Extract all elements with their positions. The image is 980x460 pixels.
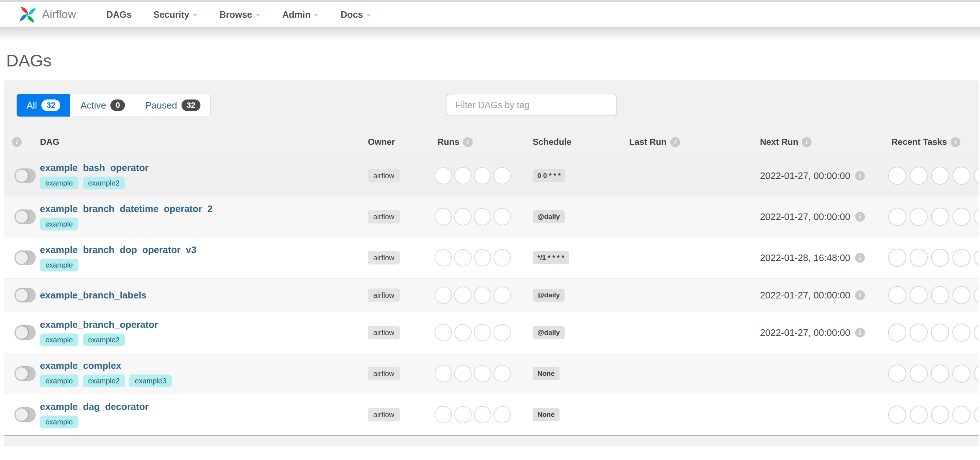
recent-task-circle[interactable] — [952, 406, 970, 424]
schedule-badge[interactable]: @daily — [533, 326, 565, 339]
schedule-badge[interactable]: @daily — [533, 289, 565, 302]
info-icon[interactable]: i — [855, 328, 865, 337]
run-status-circle[interactable] — [454, 365, 472, 382]
run-status-circle[interactable] — [474, 324, 491, 341]
run-status-circle[interactable] — [493, 287, 511, 304]
recent-task-circle[interactable] — [974, 406, 978, 424]
dag-tag[interactable]: example2 — [83, 375, 125, 387]
run-status-circle[interactable] — [474, 406, 491, 423]
run-status-circle[interactable] — [454, 406, 472, 423]
recent-task-circle[interactable] — [910, 167, 928, 185]
run-status-circle[interactable] — [434, 406, 452, 423]
dag-tag[interactable]: example — [40, 416, 78, 428]
schedule-badge[interactable]: */1 * * * * — [533, 251, 569, 264]
recent-task-circle[interactable] — [888, 167, 906, 185]
tab-all[interactable]: All32 — [17, 94, 70, 116]
dag-link[interactable]: example_dag_decorator — [40, 401, 148, 412]
recent-task-circle[interactable] — [974, 208, 978, 226]
recent-task-circle[interactable] — [931, 364, 949, 383]
recent-task-circle[interactable] — [888, 406, 906, 424]
dag-pause-toggle[interactable] — [14, 366, 36, 381]
nav-item-browse[interactable]: Browse — [219, 10, 260, 20]
schedule-badge[interactable]: 0 0 * * * — [533, 169, 565, 182]
info-icon[interactable]: i — [855, 212, 865, 222]
recent-task-circle[interactable] — [974, 323, 978, 342]
recent-task-circle[interactable] — [952, 323, 970, 342]
run-status-circle[interactable] — [454, 167, 472, 185]
run-status-circle[interactable] — [434, 167, 452, 185]
dag-link[interactable]: example_branch_labels — [40, 290, 146, 301]
recent-task-circle[interactable] — [910, 208, 928, 226]
recent-task-circle[interactable] — [888, 249, 906, 267]
run-status-circle[interactable] — [493, 249, 511, 266]
recent-task-circle[interactable] — [931, 208, 949, 226]
recent-task-circle[interactable] — [910, 323, 928, 342]
nav-item-dags[interactable]: DAGs — [107, 10, 132, 20]
run-status-circle[interactable] — [454, 324, 472, 341]
dag-pause-toggle[interactable] — [14, 169, 36, 183]
column-header-dag[interactable]: DAG — [40, 137, 59, 147]
recent-task-circle[interactable] — [931, 249, 949, 267]
info-icon[interactable]: i — [463, 137, 473, 147]
run-status-circle[interactable] — [434, 365, 452, 382]
run-status-circle[interactable] — [454, 249, 472, 266]
tab-paused[interactable]: Paused32 — [135, 94, 210, 116]
recent-task-circle[interactable] — [974, 167, 978, 185]
dag-tag[interactable]: example — [40, 334, 78, 346]
info-icon[interactable]: i — [855, 290, 865, 300]
run-status-circle[interactable] — [493, 324, 511, 341]
recent-task-circle[interactable] — [910, 406, 928, 424]
tab-active[interactable]: Active0 — [70, 94, 135, 116]
dag-pause-toggle[interactable] — [14, 250, 36, 265]
schedule-badge[interactable]: None — [533, 367, 560, 380]
recent-task-circle[interactable] — [952, 286, 970, 304]
info-icon[interactable]: i — [855, 253, 865, 263]
run-status-circle[interactable] — [454, 287, 472, 304]
recent-task-circle[interactable] — [931, 286, 949, 304]
recent-task-circle[interactable] — [974, 364, 978, 383]
run-status-circle[interactable] — [474, 249, 491, 266]
run-status-circle[interactable] — [434, 249, 452, 266]
recent-task-circle[interactable] — [952, 208, 970, 226]
dag-tag[interactable]: example — [40, 259, 78, 272]
run-status-circle[interactable] — [474, 365, 491, 382]
brand[interactable]: Airflow — [19, 6, 76, 23]
info-icon[interactable]: i — [802, 137, 811, 147]
dag-pause-toggle[interactable] — [14, 210, 36, 224]
filter-dags-by-tag-input[interactable] — [447, 94, 617, 116]
run-status-circle[interactable] — [454, 208, 472, 226]
nav-item-admin[interactable]: Admin — [282, 10, 319, 20]
recent-task-circle[interactable] — [910, 249, 928, 267]
recent-task-circle[interactable] — [952, 249, 970, 267]
recent-task-circle[interactable] — [974, 286, 978, 304]
recent-task-circle[interactable] — [910, 364, 928, 383]
run-status-circle[interactable] — [493, 406, 511, 423]
run-status-circle[interactable] — [434, 324, 452, 341]
dag-link[interactable]: example_branch_datetime_operator_2 — [40, 203, 212, 215]
recent-task-circle[interactable] — [888, 208, 906, 226]
info-icon[interactable]: i — [951, 137, 960, 147]
recent-task-circle[interactable] — [931, 167, 949, 185]
recent-task-circle[interactable] — [952, 364, 970, 383]
recent-task-circle[interactable] — [888, 364, 906, 383]
dag-tag[interactable]: example2 — [83, 334, 125, 346]
run-status-circle[interactable] — [474, 287, 491, 304]
info-icon[interactable]: i — [670, 137, 680, 147]
recent-task-circle[interactable] — [888, 323, 906, 342]
dag-tag[interactable]: example2 — [83, 177, 125, 189]
info-icon[interactable]: i — [855, 171, 865, 181]
recent-task-circle[interactable] — [931, 406, 949, 424]
recent-task-circle[interactable] — [888, 286, 906, 304]
run-status-circle[interactable] — [434, 287, 452, 304]
schedule-badge[interactable]: None — [533, 408, 560, 421]
dag-link[interactable]: example_complex — [40, 360, 121, 371]
nav-item-docs[interactable]: Docs — [340, 10, 371, 20]
dag-link[interactable]: example_bash_operator — [40, 162, 148, 173]
run-status-circle[interactable] — [474, 167, 491, 185]
info-icon[interactable]: i — [12, 137, 22, 147]
dag-tag[interactable]: example3 — [129, 375, 172, 387]
run-status-circle[interactable] — [493, 208, 511, 226]
schedule-badge[interactable]: @daily — [533, 210, 565, 223]
recent-task-circle[interactable] — [931, 323, 949, 342]
dag-link[interactable]: example_branch_dop_operator_v3 — [40, 244, 196, 256]
